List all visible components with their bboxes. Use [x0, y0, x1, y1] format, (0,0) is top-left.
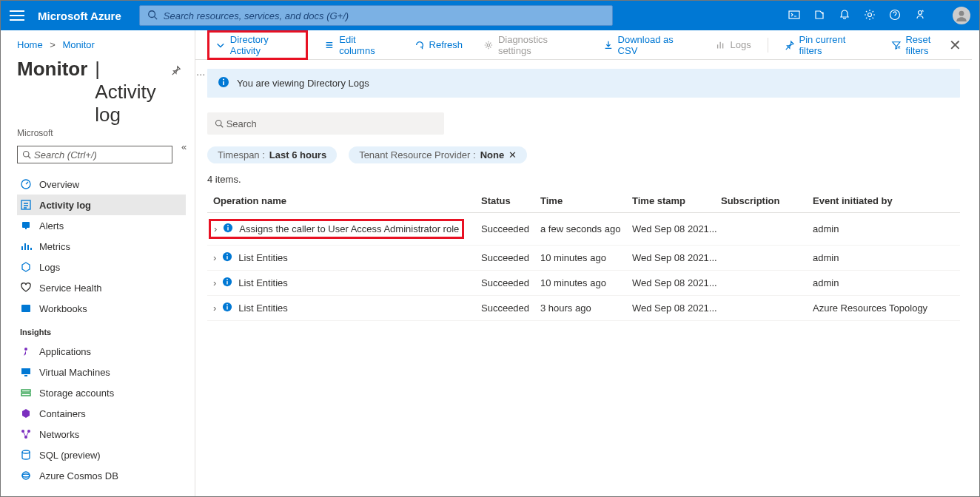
page-title: Monitor [17, 58, 87, 81]
feedback-icon[interactable] [914, 9, 926, 23]
chevron-right-icon[interactable]: › [214, 223, 217, 234]
op-text: List Entities [238, 277, 287, 288]
sidebar-item-metrics[interactable]: Metrics [17, 236, 186, 257]
svg-rect-15 [21, 390, 30, 392]
sidebar-item-logs[interactable]: Logs [17, 257, 186, 277]
table-row[interactable]: ›Assigns the caller to User Access Admin… [207, 213, 960, 246]
gear-icon[interactable] [864, 9, 876, 23]
log-search-placeholder: Search [226, 118, 257, 129]
help-icon[interactable] [889, 9, 901, 23]
diagnostics-button[interactable]: Diagnostics settings [479, 31, 587, 59]
svg-rect-33 [227, 256, 228, 259]
chevron-right-icon[interactable]: › [213, 277, 216, 288]
close-icon[interactable]: ✕ [949, 36, 961, 54]
svg-rect-25 [223, 81, 224, 85]
side-search-placeholder: Search (Ctrl+/) [34, 149, 97, 160]
pin-filters-button[interactable]: Pin current filters [780, 31, 875, 59]
breadcrumb-home[interactable]: Home [17, 39, 43, 50]
svg-rect-30 [228, 227, 229, 230]
sidebar-item-sql[interactable]: SQL (preview) [17, 444, 186, 465]
table-row[interactable]: ›List EntitiesSucceeded10 minutes agoWed… [207, 271, 960, 296]
overview-icon [20, 178, 32, 190]
sidebar-item-containers[interactable]: Containers [17, 403, 186, 424]
directory-icon[interactable] [813, 9, 825, 23]
op-text: List Entities [238, 302, 287, 314]
svg-rect-39 [227, 306, 228, 309]
collapse-icon[interactable]: « [181, 141, 187, 152]
search-icon [147, 10, 158, 22]
svg-point-5 [919, 10, 922, 14]
svg-rect-2 [789, 11, 799, 18]
sidebar-item-vms[interactable]: Virtual Machines [17, 362, 186, 382]
activity-log-icon [20, 199, 32, 211]
svg-point-20 [22, 450, 30, 453]
side-search[interactable]: Search (Ctrl+/) [17, 146, 172, 163]
pill-timespan[interactable]: Timespan : Last 6 hours [207, 146, 337, 163]
svg-point-7 [24, 152, 30, 158]
edit-columns-button[interactable]: Edit columns [320, 31, 397, 59]
svg-point-26 [223, 79, 224, 81]
svg-point-13 [24, 348, 27, 351]
global-search[interactable]: Search resources, services, and docs (G+… [139, 5, 613, 26]
svg-rect-11 [22, 222, 30, 228]
table-row[interactable]: ›List EntitiesSucceeded10 minutes agoWed… [207, 246, 960, 271]
svg-line-8 [28, 156, 30, 158]
svg-line-1 [154, 16, 157, 19]
info-text: You are viewing Directory Logs [237, 78, 369, 89]
logs-button[interactable]: Logs [711, 36, 756, 53]
toolbar: Directory Activity Edit columns Refresh … [195, 30, 972, 60]
breadcrumb-monitor[interactable]: Monitor [63, 39, 95, 50]
sidebar-item-storage[interactable]: Storage accounts [17, 382, 186, 403]
global-search-placeholder: Search resources, services, and docs (G+… [164, 10, 349, 21]
svg-point-34 [226, 254, 228, 255]
info-icon [222, 251, 232, 264]
cloud-shell-icon[interactable] [788, 9, 800, 23]
brand-label[interactable]: Microsoft Azure [38, 10, 121, 22]
svg-rect-14 [21, 368, 30, 374]
log-table: Operation name Status Time Time stamp Su… [207, 189, 960, 321]
networks-icon [20, 428, 32, 440]
sidebar-item-service-health[interactable]: Service Health [17, 277, 186, 298]
pin-icon[interactable] [171, 65, 181, 78]
svg-point-31 [227, 225, 229, 226]
sidebar-item-alerts[interactable]: Alerts [17, 215, 186, 236]
insights-group-label: Insights [20, 328, 195, 337]
menu-icon[interactable] [10, 10, 24, 21]
breadcrumb: Home > Monitor [17, 39, 195, 50]
sidebar-item-cosmos[interactable]: Azure Cosmos DB [17, 465, 186, 486]
sidebar-item-networks[interactable]: Networks [17, 424, 186, 444]
chevron-right-icon[interactable]: › [213, 302, 216, 314]
table-header: Operation name Status Time Time stamp Su… [207, 189, 960, 213]
pill-remove-icon[interactable]: ✕ [509, 149, 517, 160]
svg-point-21 [22, 472, 30, 479]
svg-point-0 [149, 10, 155, 17]
sidebar-item-applications[interactable]: Applications [17, 341, 186, 362]
svg-point-40 [226, 304, 228, 305]
containers-icon [20, 408, 32, 419]
download-csv-button[interactable]: Download as CSV [599, 31, 699, 59]
svg-point-3 [868, 13, 872, 16]
logs-icon [20, 261, 32, 273]
info-icon [218, 76, 229, 90]
refresh-button[interactable]: Refresh [410, 36, 468, 53]
chevron-right-icon[interactable]: › [213, 252, 216, 263]
sidebar-item-activity-log[interactable]: Activity log [17, 195, 186, 215]
avatar[interactable] [953, 7, 970, 24]
sidebar-item-workbooks[interactable]: Workbooks [17, 298, 186, 319]
main-panel: ✕ Directory Activity Edit columns Refres… [195, 30, 979, 496]
directory-activity-button[interactable]: Directory Activity [207, 30, 308, 60]
sidebar-item-overview[interactable]: Overview [17, 174, 186, 195]
side-nav: Overview Activity log Alerts Metrics Log… [17, 174, 195, 497]
svg-point-23 [487, 44, 489, 46]
bell-icon[interactable] [839, 9, 850, 23]
pill-tenant[interactable]: Tenant Resource Provider : None ✕ [349, 146, 527, 163]
svg-point-27 [216, 121, 222, 126]
workbooks-icon [20, 302, 32, 314]
svg-line-28 [221, 125, 223, 127]
provider-label: Microsoft [17, 128, 195, 138]
svg-rect-12 [21, 305, 30, 312]
vm-icon [20, 366, 32, 378]
log-search[interactable]: Search [207, 112, 444, 135]
table-row[interactable]: ›List EntitiesSucceeded3 hours agoWed Se… [207, 296, 960, 321]
info-bar: You are viewing Directory Logs [207, 69, 960, 98]
